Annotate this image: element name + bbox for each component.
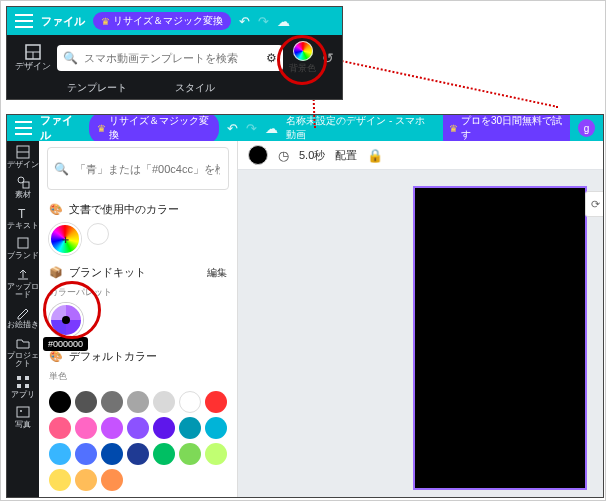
arrange-button[interactable]: 配置 (335, 148, 357, 163)
color-swatch[interactable] (179, 443, 201, 465)
rail-draw[interactable]: お絵描き (7, 305, 39, 329)
color-swatch[interactable] (153, 391, 175, 413)
duration-value[interactable]: 5.0秒 (299, 148, 325, 163)
background-color-picker[interactable]: 背景色 (289, 41, 316, 75)
left-rail: デザイン 素材 Tテキスト ブランド アップロード お絵描き プロジェクト アプ… (7, 141, 39, 497)
color-swatch[interactable] (179, 417, 201, 439)
brand-color-swatch[interactable] (49, 303, 83, 337)
annotation-connector-1 (323, 56, 558, 108)
color-swatch[interactable] (101, 417, 123, 439)
canvas-area: ◷ 5.0秒 配置 🔒 ⟳ (238, 141, 603, 497)
color-swatch[interactable] (101, 391, 123, 413)
svg-rect-11 (17, 384, 21, 388)
cloud-sync-icon[interactable]: ☁ (265, 121, 278, 136)
brand-icon (16, 236, 30, 250)
svg-rect-12 (25, 384, 29, 388)
rail-projects[interactable]: プロジェクト (7, 336, 39, 369)
rail-upload[interactable]: アップロード (7, 267, 39, 300)
svg-point-14 (20, 410, 22, 412)
resize-magic-label: リサイズ＆マジック変換 (113, 14, 223, 28)
crown-icon: ♛ (97, 123, 106, 134)
color-swatch[interactable] (101, 469, 123, 491)
main-window: ファイル ♛ リサイズ＆マジック変換 ↶ ↷ ☁ 名称未設定のデザイン - スマ… (6, 114, 604, 498)
document-title[interactable]: 名称未設定のデザイン - スマホ動画 (286, 114, 435, 142)
main-topbar: ファイル ♛ リサイズ＆マジック変換 ↶ ↷ ☁ 名称未設定のデザイン - スマ… (7, 115, 603, 141)
svg-rect-8 (18, 238, 28, 248)
lock-icon[interactable]: 🔒 (367, 148, 383, 163)
upload-icon (16, 267, 30, 281)
svg-rect-13 (17, 407, 29, 417)
rail-brand[interactable]: ブランド (7, 236, 39, 260)
color-search-input[interactable] (73, 162, 222, 176)
inset-tabs: テンプレート スタイル (7, 81, 342, 99)
color-swatch[interactable] (75, 391, 97, 413)
color-swatch[interactable] (127, 443, 149, 465)
bgcolor-label: 背景色 (289, 62, 316, 75)
design-canvas[interactable] (413, 186, 587, 490)
filter-icon[interactable]: ⚙ (266, 51, 277, 65)
rail-design[interactable]: デザイン (7, 145, 39, 169)
menu-icon[interactable] (15, 121, 32, 135)
svg-rect-9 (17, 376, 21, 380)
rail-photos[interactable]: 写真 (15, 405, 31, 429)
resize-magic-button[interactable]: ♛ リサイズ＆マジック変換 (93, 12, 231, 30)
color-swatch[interactable] (205, 443, 227, 465)
shapes-icon (16, 175, 30, 189)
search-icon: 🔍 (54, 162, 69, 176)
file-menu[interactable]: ファイル (40, 114, 81, 143)
clock-icon[interactable]: ◷ (278, 148, 289, 163)
layout-icon (25, 44, 41, 60)
redo-icon[interactable]: ↷ (246, 121, 257, 136)
rail-apps[interactable]: アプリ (11, 375, 35, 399)
grid-icon (16, 375, 30, 389)
tab-template[interactable]: テンプレート (67, 81, 127, 95)
color-swatch[interactable] (153, 443, 175, 465)
current-color-swatch[interactable] (248, 145, 268, 165)
color-swatch[interactable] (179, 391, 201, 413)
resize-magic-button[interactable]: ♛ リサイズ＆マジック変換 (89, 114, 219, 144)
default-palette (39, 391, 237, 497)
color-swatch[interactable] (49, 443, 71, 465)
pencil-icon (16, 305, 30, 319)
photo-icon (16, 405, 30, 419)
edit-brand-link[interactable]: 編集 (207, 266, 227, 280)
redo-icon[interactable]: ↷ (258, 14, 269, 29)
expand-toggle[interactable]: ⟳ (585, 191, 604, 217)
rail-design[interactable]: デザイン (15, 44, 51, 72)
menu-icon[interactable] (15, 14, 33, 28)
color-swatch[interactable] (75, 469, 97, 491)
template-search-input[interactable] (82, 51, 262, 65)
color-swatch[interactable] (127, 417, 149, 439)
color-swatch[interactable] (49, 391, 71, 413)
history-icon[interactable]: ↺ (322, 50, 334, 66)
tab-style[interactable]: スタイル (175, 81, 215, 95)
template-search[interactable]: 🔍 ⚙ (57, 45, 283, 71)
color-swatch[interactable] (127, 391, 149, 413)
color-swatch[interactable] (49, 417, 71, 439)
color-swatch[interactable] (101, 443, 123, 465)
undo-icon[interactable]: ↶ (227, 121, 238, 136)
rail-elements[interactable]: 素材 (15, 175, 31, 199)
color-swatch[interactable] (49, 469, 71, 491)
undo-icon[interactable]: ↶ (239, 14, 250, 29)
palette-icon: 🎨 (49, 350, 63, 363)
add-color-button[interactable]: ＋ (49, 223, 81, 255)
avatar[interactable]: g (578, 119, 595, 137)
color-swatch[interactable] (153, 417, 175, 439)
trial-button[interactable]: ♛ プロを30日間無料で試す (443, 114, 570, 144)
crown-icon: ♛ (101, 16, 110, 27)
color-swatch[interactable] (205, 391, 227, 413)
layout-icon (16, 145, 30, 159)
cloud-sync-icon[interactable]: ☁ (277, 14, 290, 29)
color-search[interactable]: 🔍 (47, 147, 229, 190)
color-panel: 🔍 🎨 文書で使用中のカラー ＋ 📦 ブ (39, 141, 238, 497)
color-swatch[interactable] (75, 417, 97, 439)
svg-rect-10 (25, 376, 29, 380)
canvas-toolbar: ◷ 5.0秒 配置 🔒 (238, 141, 603, 170)
rail-text[interactable]: Tテキスト (7, 206, 39, 230)
color-swatch[interactable] (75, 443, 97, 465)
used-color-swatch[interactable] (87, 223, 109, 245)
color-swatch[interactable] (205, 417, 227, 439)
file-menu[interactable]: ファイル (41, 14, 85, 29)
brand-icon: 📦 (49, 266, 63, 279)
